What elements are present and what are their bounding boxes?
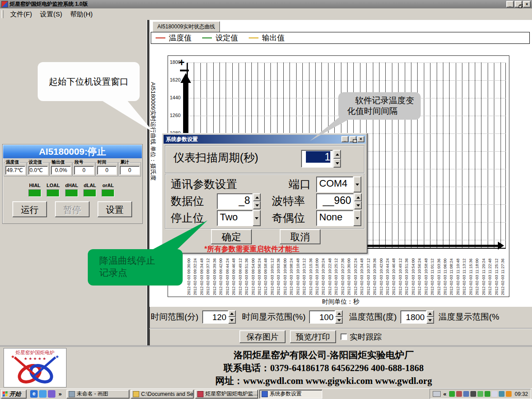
range-control: 时间范围(分) 120 xyxy=(151,310,236,324)
msn-icon[interactable] xyxy=(39,390,47,398)
minimize-icon: _ xyxy=(344,137,346,141)
network-muted-icon[interactable] xyxy=(463,391,469,397)
svg-text:★: ★ xyxy=(55,354,59,359)
task-buttons: 未命名 - 画图 C:\Documents and Se... 炬星窑炉国炬电炉… xyxy=(66,390,322,399)
instrument-button[interactable]: 运行 xyxy=(12,201,47,217)
alarm-label: orAL xyxy=(102,183,114,188)
sync-icon[interactable] xyxy=(499,391,505,397)
up-arrow-annotation-body xyxy=(183,82,188,141)
keyboard-icon[interactable] xyxy=(433,391,441,397)
messenger-icon[interactable] xyxy=(477,391,483,397)
shield-icon[interactable] xyxy=(485,391,490,397)
x-tick-label: 2012-02-03 11:03:36 xyxy=(437,258,441,295)
databits-up-button[interactable] xyxy=(253,193,261,201)
save-image-button[interactable]: 保存图片 xyxy=(239,330,286,343)
menu-item[interactable]: 帮助(H) xyxy=(66,9,97,20)
instrument-status-title: AI5180009:停止 xyxy=(3,145,142,158)
close-button[interactable]: × xyxy=(523,1,531,8)
field-label: 输出值 xyxy=(51,159,65,165)
tab-realtime-curve[interactable]: AI5180009实时状态曲线 xyxy=(153,21,220,32)
field-value: 0 xyxy=(120,166,140,175)
range-input[interactable]: 1800 xyxy=(400,310,426,324)
up-arrow-icon xyxy=(336,153,339,156)
range-down-button[interactable] xyxy=(228,317,236,324)
right-arrow-annotation xyxy=(498,242,504,250)
x-tick-label: 2012-02-03 11:22:48 xyxy=(488,258,492,295)
task-icon xyxy=(69,391,75,397)
task-dialog[interactable]: 系统参数设置 xyxy=(259,390,322,399)
range-up-button[interactable] xyxy=(335,310,343,317)
up-arrow-icon xyxy=(337,313,341,315)
quicklaunch-more-chevron[interactable]: » xyxy=(57,391,63,397)
dialog-titlebar[interactable]: 系统参数设置 _ × xyxy=(164,135,366,144)
baud-input[interactable]: __960 xyxy=(316,193,354,209)
ok-button[interactable]: 确定 xyxy=(211,229,252,244)
menu-item[interactable]: 设置(S) xyxy=(36,9,66,20)
parity-value: None xyxy=(316,210,353,226)
company-info-line: 网址：www.gwdl.com www.gigwki.com www.gwdl.… xyxy=(142,375,505,387)
task-explorer[interactable]: C:\Documents and Se... xyxy=(131,390,194,399)
restore-button[interactable] xyxy=(515,1,522,8)
range-up-button[interactable] xyxy=(426,310,434,317)
preview-print-button[interactable]: 预览/打印 xyxy=(290,330,336,343)
instrument-button[interactable]: 设置 xyxy=(98,201,132,217)
stopbits-combo[interactable]: Two xyxy=(217,210,261,226)
baud-label: 波特率 xyxy=(272,194,305,208)
realtime-track-label: 实时跟踪 xyxy=(350,332,382,342)
baud-down-button[interactable] xyxy=(354,201,362,209)
dialog-maximize-button[interactable] xyxy=(349,136,356,142)
instrument-field: 段号 0 xyxy=(73,159,95,176)
baud-up-button[interactable] xyxy=(354,193,362,201)
cancel-button[interactable]: 取消 xyxy=(280,229,321,244)
legend-item: 输出值 xyxy=(249,33,285,43)
realtime-track-checkbox[interactable] xyxy=(340,333,347,340)
legend-label: 温度值 xyxy=(169,33,192,43)
dialog-close-button[interactable]: × xyxy=(357,136,364,142)
range-up-button[interactable] xyxy=(228,310,236,317)
databits-input[interactable]: _8 xyxy=(217,193,253,209)
field-value: 0.0℃ xyxy=(28,166,48,175)
range-down-button[interactable] xyxy=(426,317,434,324)
signal-bars-icon[interactable] xyxy=(470,391,476,397)
windows-logo-icon xyxy=(3,391,8,397)
range-input[interactable]: 120 xyxy=(202,310,228,324)
tray-collapse-chevron[interactable]: « xyxy=(442,391,448,397)
system-tray: « 09:32 xyxy=(430,389,531,399)
media-player-icon[interactable] xyxy=(48,390,55,398)
range-down-button[interactable] xyxy=(335,317,343,324)
task-monitor-app[interactable]: 炬星窑炉国炬电炉监... xyxy=(195,390,258,399)
scan-up-button[interactable] xyxy=(333,150,341,159)
x-tick-label: 2012-02-03 11:08:24 xyxy=(449,258,454,295)
x-tick-label: 2012-02-03 09:42:00 xyxy=(219,258,223,295)
menu-item[interactable]: 文件(F) xyxy=(6,9,36,20)
parity-combo[interactable]: None xyxy=(316,210,361,226)
x-tick-label: 2012-02-03 11:18:00 xyxy=(475,258,479,295)
scan-period-input[interactable]: 1 xyxy=(301,150,333,168)
instrument-button[interactable]: 暂停 xyxy=(55,201,90,217)
task-paint[interactable]: 未命名 - 画图 xyxy=(66,390,129,399)
parity-dropdown-button[interactable] xyxy=(353,210,361,226)
update-icon[interactable] xyxy=(506,391,512,397)
menu-bar: 文件(F)设置(S)帮助(H) xyxy=(0,8,532,20)
x-tick-label: 2012-02-03 10:37:12 xyxy=(366,258,371,295)
alarm-indicator: HIAL xyxy=(28,183,41,197)
green-transfer-icon[interactable] xyxy=(449,391,455,397)
ie-icon[interactable]: e xyxy=(30,390,38,398)
scan-period-label: 仪表扫描周期(秒) xyxy=(173,150,258,165)
port-dropdown-button[interactable] xyxy=(353,176,361,192)
parity-label: 奇偶位 xyxy=(272,211,305,225)
audio-muted-icon[interactable] xyxy=(456,391,462,397)
dialog-minimize-button[interactable]: _ xyxy=(341,136,348,142)
start-button[interactable]: 开始 xyxy=(1,390,27,399)
task-scheduler-icon[interactable] xyxy=(492,391,497,397)
scan-down-button[interactable] xyxy=(333,159,341,168)
port-combo[interactable]: COM4 xyxy=(316,176,361,192)
x-tick-label: 2012-02-03 09:51:36 xyxy=(244,258,249,295)
minimize-button[interactable]: _ xyxy=(506,1,514,8)
range-input[interactable]: 100 xyxy=(309,310,335,324)
stopbits-value: Two xyxy=(217,210,253,226)
stopbits-dropdown-button[interactable] xyxy=(253,210,261,226)
alarm-indicator: dLAL xyxy=(83,183,96,197)
databits-down-button[interactable] xyxy=(253,201,261,209)
field-label: 时间 xyxy=(97,159,107,165)
